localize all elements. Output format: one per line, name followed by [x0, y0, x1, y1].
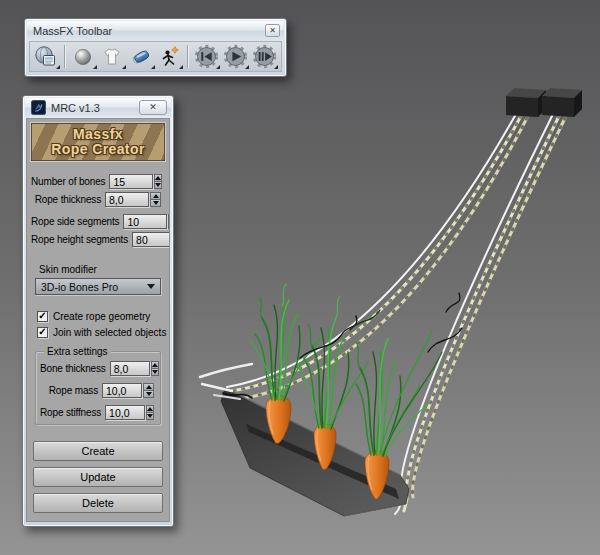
mcloth-button[interactable]: [98, 43, 127, 70]
ragdoll-icon: [158, 45, 182, 69]
reset-simulation-button[interactable]: [192, 43, 221, 70]
rigid-body-button[interactable]: [69, 43, 98, 70]
checkbox-join-with-selected-objects[interactable]: ✓ Join with selected objects: [37, 324, 169, 340]
field-row-number-of-bones: Number of bones: [31, 174, 161, 189]
step-simulation-button[interactable]: [250, 43, 279, 70]
debris-strands: [223, 293, 462, 398]
ragdoll-button[interactable]: [156, 43, 185, 70]
field-label: Rope thickness: [31, 194, 101, 205]
mrc-dialog-titlebar[interactable]: MRC v1.3 ✕: [25, 98, 171, 117]
rope-side-segments-spinner[interactable]: [168, 214, 170, 229]
field-row-rope-stiffness: Rope stiffness: [40, 405, 154, 420]
massfx-toolbar-window: MassFX Toolbar ✕: [24, 18, 287, 77]
anchor-box-2[interactable]: [542, 88, 582, 117]
bone-thickness-input[interactable]: [110, 361, 150, 376]
reset-simulation-icon: [194, 44, 219, 69]
spin-up-button[interactable]: [151, 361, 159, 369]
field-row-bone-thickness: Bone thickness: [40, 361, 154, 376]
massfx-toolbar-titlebar[interactable]: MassFX Toolbar ✕: [27, 21, 284, 40]
rigid-body-icon: [71, 45, 95, 69]
massfx-toolbar-body: [29, 41, 282, 72]
spin-up-button[interactable]: [146, 405, 154, 413]
3dsmax-logo-icon: [31, 100, 46, 115]
rope-creator-banner: Massfx Rope Creator: [31, 123, 165, 161]
checkbox-create-rope-geometry[interactable]: ✓ Create rope geometry: [37, 308, 169, 324]
checkbox-box: ✓: [37, 327, 48, 338]
field-label: Rope mass: [40, 385, 98, 396]
number-of-bones-input[interactable]: [109, 174, 153, 189]
field-row-rope-side-segments: Rope side segments: [31, 214, 161, 229]
rope-side-segments-input[interactable]: [123, 214, 167, 229]
spin-up-button[interactable]: [150, 192, 161, 200]
bone-thickness-spinner[interactable]: [151, 361, 159, 376]
number-of-bones-spinner[interactable]: [154, 174, 162, 189]
delete-button[interactable]: Delete: [33, 493, 163, 513]
anchor-box-1[interactable]: [506, 88, 546, 117]
rope-mass-input[interactable]: [102, 383, 142, 398]
field-label: Bone thickness: [40, 363, 106, 374]
close-icon[interactable]: ✕: [265, 24, 280, 37]
play-simulation-icon: [223, 44, 248, 69]
mcloth-icon: [100, 45, 124, 69]
checkbox-label: Join with selected objects: [53, 327, 166, 338]
rope-stiffness-spinner[interactable]: [146, 405, 154, 420]
rope-thickness-input[interactable]: [105, 192, 149, 207]
spin-up-button[interactable]: [143, 383, 154, 391]
field-label: Rope stiffness: [40, 407, 101, 418]
checkbox-box: ✓: [37, 311, 48, 322]
rope-stiffness-input[interactable]: [105, 405, 145, 420]
check-icon: ✓: [38, 311, 46, 321]
checkbox-label: Create rope geometry: [53, 311, 150, 322]
constraint-button[interactable]: [127, 43, 156, 70]
extra-settings-group: Extra settings Bone thickness Rope mass …: [35, 351, 161, 425]
spin-down-button[interactable]: [146, 413, 154, 420]
spin-down-button[interactable]: [151, 369, 159, 376]
constraint-icon: [129, 45, 153, 69]
spin-down-button[interactable]: [143, 391, 154, 398]
massfx-tools-button[interactable]: [32, 43, 61, 70]
carrot-greens-3[interactable]: [356, 330, 442, 456]
spin-up-button[interactable]: [154, 174, 162, 182]
field-row-rope-thickness: Rope thickness: [31, 192, 161, 207]
field-label: Rope height segments: [31, 234, 128, 245]
skin-modifier-label: Skin modifier: [39, 264, 169, 275]
play-simulation-button[interactable]: [221, 43, 250, 70]
field-row-rope-height-segments: Rope height segments: [31, 232, 161, 247]
dropdown-arrow-icon: [147, 284, 155, 289]
field-row-rope-mass: Rope mass: [40, 383, 154, 398]
massfx-tools-icon: [34, 45, 58, 69]
toolbar-separator: [187, 45, 189, 68]
create-button[interactable]: Create: [33, 441, 163, 461]
mrc-dialog-body: Massfx Rope Creator Number of bones Rope…: [26, 118, 170, 522]
mrc-dialog-window: MRC v1.3 ✕ Massfx Rope Creator Number of…: [22, 95, 174, 527]
update-button[interactable]: Update: [33, 467, 163, 487]
mrc-dialog-title: MRC v1.3: [51, 102, 139, 114]
rope-thickness-spinner[interactable]: [150, 192, 161, 207]
spin-up-button[interactable]: [168, 214, 170, 222]
rope-mass-spinner[interactable]: [143, 383, 154, 398]
spin-down-button[interactable]: [150, 200, 161, 207]
rope-height-segments-input[interactable]: [132, 232, 170, 247]
field-label: Rope side segments: [31, 216, 119, 227]
toolbar-separator: [64, 45, 66, 68]
check-icon: ✓: [38, 327, 46, 337]
spin-down-button[interactable]: [154, 182, 162, 189]
field-label: Number of bones: [31, 176, 105, 187]
close-icon[interactable]: ✕: [139, 100, 167, 115]
step-simulation-icon: [252, 44, 277, 69]
banner-line2: Rope Creator: [51, 142, 144, 157]
skin-modifier-selected: 3D-io Bones Pro: [41, 281, 147, 293]
skin-modifier-dropdown[interactable]: 3D-io Bones Pro: [35, 278, 161, 295]
spin-down-button[interactable]: [168, 222, 170, 229]
massfx-toolbar-title: MassFX Toolbar: [33, 25, 265, 37]
extra-settings-title: Extra settings: [44, 346, 111, 357]
banner-line1: Massfx: [73, 127, 123, 142]
